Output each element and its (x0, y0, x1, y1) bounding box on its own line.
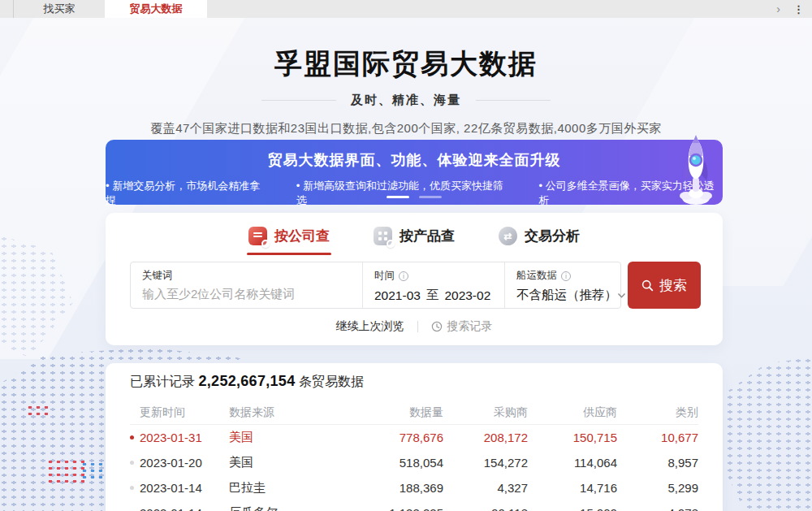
cell-buyers: 4,327 (443, 481, 528, 495)
map-highlight-red (47, 459, 84, 487)
cell-buyers: 208,172 (443, 431, 528, 444)
tab-search-by-product[interactable]: 按产品查 (374, 227, 455, 255)
shipping-selected-value[interactable]: 不含船运（推荐） (516, 287, 617, 304)
world-map-dots (0, 236, 73, 357)
continue-last-browse-link[interactable]: 继续上次浏览 (336, 319, 404, 334)
table-row[interactable]: 2023-01-14 厄瓜多尔 1,133,325 90,118 15,909 … (130, 500, 698, 511)
tab-find-buyers[interactable]: 找买家 (14, 0, 105, 18)
world-map-dots (716, 357, 812, 511)
cell-categories: 4,978 (617, 506, 698, 511)
rocket-illustration (676, 133, 716, 208)
row-bullet (130, 435, 134, 440)
cell-suppliers: 114,064 (528, 456, 617, 470)
map-highlight-red (27, 405, 48, 418)
search-card: 按公司查 按产品查 ⇄ 交易分析 关键词 时间 2021-03 至 2023-0… (106, 213, 723, 345)
product-search-icon (374, 227, 392, 245)
tab-label: 交易分析 (525, 227, 580, 245)
links-divider (417, 321, 418, 332)
search-tabs: 按公司查 按产品查 ⇄ 交易分析 (106, 227, 723, 255)
search-history-label: 搜索记录 (447, 319, 493, 334)
info-icon[interactable] (399, 271, 408, 281)
shipping-data-field[interactable]: 船运数据 不含船运（推荐） (504, 262, 620, 308)
kebab-menu-icon[interactable]: ⋮ (793, 3, 804, 15)
search-button[interactable]: 搜索 (628, 262, 701, 309)
col-data-volume: 数据量 (336, 405, 443, 420)
tab-label: 按产品查 (400, 227, 455, 245)
cell-suppliers: 150,715 (528, 431, 617, 444)
page-title: 孚盟国际贸易大数据 (0, 45, 812, 83)
col-categories: 类别 (617, 405, 698, 420)
cell-date: 2023-01-14 (140, 481, 229, 495)
cell-volume: 778,676 (336, 431, 443, 444)
time-to[interactable]: 2023-02 (444, 288, 490, 303)
tab-label: 按公司查 (274, 227, 330, 245)
trade-data-table: 更新时间 数据来源 数据量 采购商 供应商 类别 2023-01-31 美国 7… (130, 401, 698, 511)
info-icon[interactable] (561, 271, 571, 281)
cell-date: 2023-01-14 (140, 506, 229, 511)
keyword-label: 关键词 (142, 269, 351, 283)
cell-buyers: 154,272 (443, 456, 528, 470)
cell-categories: 10,677 (617, 431, 698, 444)
time-label: 时间 (374, 269, 395, 283)
company-search-icon (248, 227, 267, 245)
cell-source: 美国 (229, 455, 336, 470)
cell-volume: 518,054 (336, 456, 443, 470)
col-update-time: 更新时间 (140, 405, 229, 420)
cell-categories: 8,957 (617, 456, 698, 470)
cell-categories: 5,299 (617, 481, 698, 495)
carousel-indicator-active[interactable] (387, 196, 409, 198)
cell-suppliers: 15,909 (528, 506, 617, 511)
col-data-source: 数据来源 (229, 405, 336, 420)
page-subtitle: 及时、精准、海量 (351, 93, 461, 108)
subtitle-rule-left (261, 100, 336, 101)
browser-tabbar: 找买家 贸易大数据 › ⋮ (0, 0, 812, 18)
cell-volume: 188,369 (336, 481, 443, 495)
tab-trade-bigdata[interactable]: 贸易大数据 (105, 0, 207, 18)
search-history-link[interactable]: 搜索记录 (431, 319, 493, 334)
banner-title: 贸易大数据界面、功能、体验迎来全面升级 (106, 140, 723, 170)
search-icon (641, 279, 654, 292)
shipping-label: 船运数据 (516, 269, 557, 283)
cell-source: 美国 (229, 430, 336, 445)
table-row[interactable]: 2023-01-14 巴拉圭 188,369 4,327 14,716 5,29… (130, 475, 698, 500)
keyword-input[interactable] (142, 287, 351, 301)
cell-volume: 1,133,325 (336, 506, 443, 511)
keyword-field[interactable]: 关键词 (131, 262, 362, 308)
tab-search-by-company[interactable]: 按公司查 (248, 227, 330, 255)
total-records-prefix: 已累计记录 (130, 375, 198, 388)
total-records-suffix: 条贸易数据 (295, 375, 363, 388)
carousel-indicator[interactable] (419, 196, 442, 198)
table-row[interactable]: 2023-01-31 美国 778,676 208,172 150,715 10… (130, 425, 698, 450)
trade-analysis-icon: ⇄ (499, 227, 517, 245)
total-records-line: 已累计记录 2,252,667,154 条贸易数据 (130, 373, 698, 391)
time-from[interactable]: 2021-03 (374, 288, 421, 303)
time-range-field[interactable]: 时间 2021-03 至 2023-02 (362, 262, 504, 308)
cell-date: 2023-01-31 (140, 431, 229, 444)
table-header-row: 更新时间 数据来源 数据量 采购商 供应商 类别 (130, 401, 698, 425)
map-highlight-blue (81, 461, 102, 481)
total-records-number: 2,252,667,154 (198, 373, 295, 389)
col-buyers: 采购商 (443, 405, 528, 420)
cell-source: 厄瓜多尔 (229, 505, 336, 511)
tab-trade-analysis[interactable]: ⇄ 交易分析 (499, 227, 580, 255)
table-row[interactable]: 2023-01-20 美国 518,054 154,272 114,064 8,… (130, 450, 698, 475)
chevron-down-icon[interactable] (617, 292, 626, 299)
row-bullet (130, 486, 134, 490)
stats-card: 已累计记录 2,252,667,154 条贸易数据 更新时间 数据来源 数据量 … (106, 363, 723, 511)
col-suppliers: 供应商 (528, 405, 617, 420)
upgrade-banner[interactable]: 贸易大数据界面、功能、体验迎来全面升级 新增交易分析，市场机会精准拿捏 新增高级… (106, 140, 723, 205)
banner-bullet: 新增交易分析，市场机会精准拿捏 (106, 179, 269, 208)
chevron-right-icon[interactable]: › (776, 2, 780, 15)
hero-section: 孚盟国际贸易大数据 及时、精准、海量 覆盖47个国家进口数据和23国出口数据,包… (0, 32, 812, 136)
cell-source: 巴拉圭 (229, 480, 336, 496)
time-separator: 至 (426, 287, 439, 304)
subtitle-rule-right (476, 100, 551, 101)
search-button-label: 搜索 (659, 276, 687, 295)
cell-suppliers: 14,716 (528, 481, 617, 495)
cell-buyers: 90,118 (443, 506, 528, 511)
banner-bullet: 新增高级查询和过滤功能，优质买家快捷筛选 (296, 179, 512, 208)
search-form: 关键词 时间 2021-03 至 2023-02 船运 (130, 262, 621, 309)
clock-icon (431, 321, 443, 332)
row-bullet (130, 461, 134, 465)
cell-date: 2023-01-20 (140, 456, 229, 470)
